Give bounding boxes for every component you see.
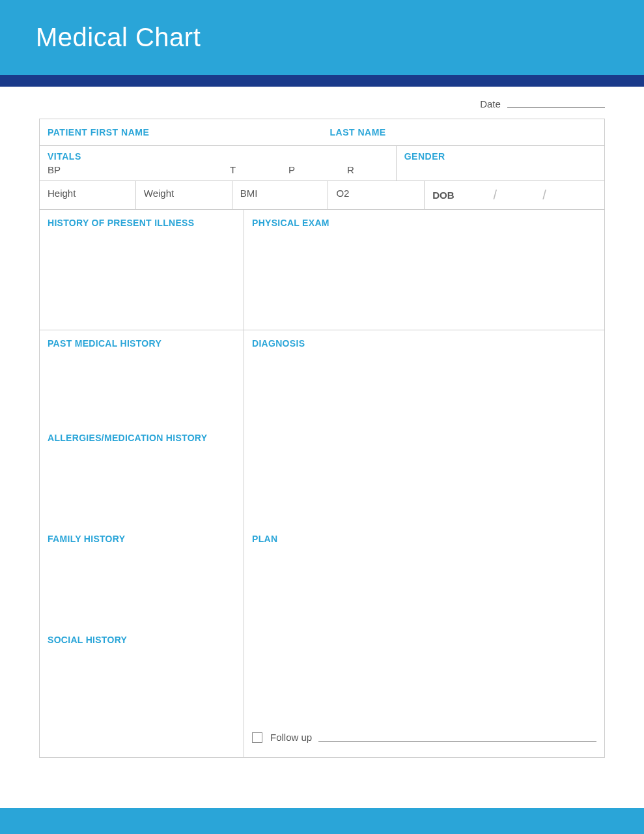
followup-checkbox[interactable] (252, 732, 262, 743)
amh-label: ALLERGIES/MEDICATION HISTORY (48, 433, 236, 443)
dob-slash-1: / (494, 188, 497, 203)
dob-label: DOB (432, 190, 454, 201)
date-label: Date (480, 98, 501, 109)
vitals-label: VITALS (48, 151, 388, 162)
pe-cell[interactable]: PHYSICAL EXAM (244, 210, 604, 330)
weight-cell[interactable]: Weight (136, 181, 232, 209)
followup-input-line[interactable] (318, 734, 596, 741)
form-box: PATIENT FIRST NAME LAST NAME VITALS BP T… (39, 119, 605, 758)
patient-name-row: PATIENT FIRST NAME LAST NAME (40, 119, 604, 146)
vitals-p: P (288, 164, 347, 175)
footer-bar (0, 808, 644, 834)
page-title: Medical Chart (36, 23, 201, 52)
dx-label: DIAGNOSIS (252, 338, 596, 349)
plan-label: PLAN (252, 534, 596, 544)
vitals-cell[interactable]: VITALS BP T P R (40, 146, 397, 180)
date-row: Date (39, 98, 605, 109)
fh-cell[interactable]: FAMILY HISTORY (40, 526, 244, 627)
patient-last-name-label[interactable]: LAST NAME (322, 119, 605, 145)
lower-row: PAST MEDICAL HISTORY ALLERGIES/MEDICATIO… (40, 330, 604, 757)
assessment-column: DIAGNOSIS PLAN Follow up (244, 330, 604, 757)
o2-cell[interactable]: O2 (328, 181, 425, 209)
pmh-cell[interactable]: PAST MEDICAL HISTORY (40, 330, 244, 425)
followup-row: Follow up (252, 732, 596, 743)
dob-slash-2: / (542, 188, 546, 203)
sh-label: SOCIAL HISTORY (48, 635, 236, 645)
pmh-label: PAST MEDICAL HISTORY (48, 338, 236, 349)
fh-label: FAMILY HISTORY (48, 534, 236, 544)
hpi-pe-row: HISTORY OF PRESENT ILLNESS PHYSICAL EXAM (40, 210, 604, 330)
hpi-cell[interactable]: HISTORY OF PRESENT ILLNESS (40, 210, 244, 330)
dx-cell[interactable]: DIAGNOSIS (244, 330, 604, 526)
form-content: Date PATIENT FIRST NAME LAST NAME VITALS… (0, 87, 644, 758)
patient-first-name-label[interactable]: PATIENT FIRST NAME (40, 119, 322, 145)
history-column: PAST MEDICAL HISTORY ALLERGIES/MEDICATIO… (40, 330, 244, 757)
vitals-t: T (230, 164, 288, 175)
dob-cell[interactable]: DOB / / (425, 181, 604, 209)
bmi-cell[interactable]: BMI (232, 181, 329, 209)
sh-cell[interactable]: SOCIAL HISTORY (40, 627, 244, 757)
vitals-bp: BP (48, 164, 230, 175)
vitals-row-1: VITALS BP T P R GENDER (40, 146, 604, 181)
vitals-r: R (347, 164, 354, 175)
followup-label: Follow up (270, 732, 312, 743)
height-cell[interactable]: Height (40, 181, 136, 209)
header-accent-bar (0, 75, 644, 87)
date-input-line[interactable] (507, 98, 605, 108)
header-bar: Medical Chart (0, 0, 644, 75)
amh-cell[interactable]: ALLERGIES/MEDICATION HISTORY (40, 425, 244, 526)
pe-label: PHYSICAL EXAM (252, 218, 596, 228)
vitals-subrow: BP T P R (48, 164, 388, 175)
vitals-row-2: Height Weight BMI O2 DOB / / (40, 181, 604, 210)
gender-cell[interactable]: GENDER (397, 146, 604, 180)
hpi-label: HISTORY OF PRESENT ILLNESS (48, 218, 236, 228)
plan-cell[interactable]: PLAN Follow up (244, 526, 604, 757)
